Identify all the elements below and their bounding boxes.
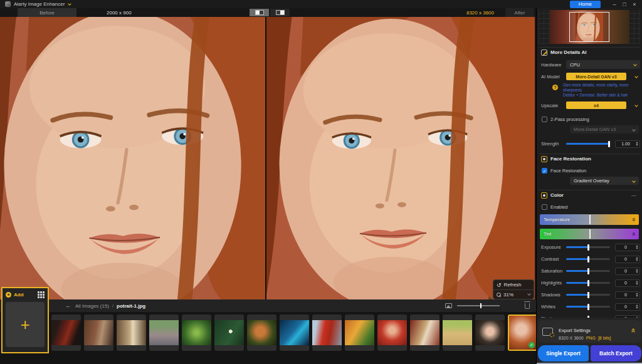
stepper-icon[interactable]: [636, 293, 638, 297]
single-export-button[interactable]: Single Export: [538, 345, 589, 361]
batch-export-button[interactable]: Batch Export: [591, 345, 641, 361]
exposure-value-box[interactable]: 0: [615, 244, 640, 251]
thumbnail-gnome-garden[interactable]: [345, 315, 374, 351]
stepper-icon[interactable]: [636, 304, 638, 309]
home-button[interactable]: Home: [570, 1, 601, 8]
thumbnail-size-slider[interactable]: [457, 305, 500, 306]
thumbnail-boy-portrait[interactable]: [247, 315, 276, 351]
stepper-icon[interactable]: [636, 257, 638, 261]
after-image[interactable]: [266, 17, 535, 299]
thumbnail-redhead-portrait[interactable]: ✓: [508, 315, 537, 351]
zoom-level-control[interactable]: 31%: [493, 289, 534, 299]
highlights-slider[interactable]: [566, 282, 610, 284]
thumbnail-two-puppies[interactable]: [443, 315, 472, 351]
ai-model-select[interactable]: More-Detail GAN v3: [566, 73, 640, 80]
strength-value-box[interactable]: 1.00: [615, 140, 640, 148]
shadows-value-box[interactable]: 0: [615, 291, 640, 299]
tint-slider[interactable]: Tint 0: [540, 229, 639, 239]
thumbnail-red-train-snow[interactable]: [312, 315, 342, 351]
temperature-marker[interactable]: [589, 215, 591, 224]
export-format: PNG: [586, 336, 596, 340]
saturation-slider[interactable]: [566, 270, 610, 272]
back-arrow-icon[interactable]: ←: [65, 303, 71, 309]
stepper-icon[interactable]: [636, 245, 638, 249]
face-restoration-mode-select[interactable]: Gradient Overlay: [570, 177, 639, 185]
thumbnail-bride-portrait[interactable]: [410, 315, 439, 351]
thumbnail-jungle-frog[interactable]: [182, 315, 211, 351]
breadcrumb-separator: /: [112, 303, 113, 309]
export-settings-box[interactable]: Export Settings 8320 X 3600 PNG [8 bits]: [539, 320, 641, 343]
before-image[interactable]: [0, 17, 266, 299]
add-button[interactable]: Add: [14, 292, 24, 298]
single-view-toggle[interactable]: [250, 9, 269, 16]
thumbnail-car-night[interactable]: [51, 315, 81, 351]
thumbnail-image: [377, 320, 407, 345]
contrast-slider[interactable]: [566, 258, 610, 260]
gear-icon: [550, 333, 554, 337]
app-menu-chevron-icon[interactable]: [68, 2, 72, 6]
hardware-row: Hardware CPU: [539, 60, 640, 69]
refresh-button[interactable]: ↺ Refresh: [493, 280, 534, 289]
whites-value-box[interactable]: 0: [615, 303, 640, 311]
chevron-down-icon: [633, 63, 637, 66]
thumbnail-girl-on-road[interactable]: [149, 315, 179, 351]
section-face-restoration: Face Restoration: [539, 153, 640, 164]
add-image-tile[interactable]: +: [6, 302, 45, 347]
trash-icon[interactable]: [525, 303, 530, 309]
contrast-row: Contrast 0: [539, 255, 640, 263]
hardware-value: CPU: [570, 62, 580, 68]
thumbnail-image: [182, 320, 211, 345]
ai-model-row: AI Model More-Detail GAN v3: [539, 72, 640, 81]
expand-export-icon[interactable]: [632, 330, 634, 333]
two-pass-checkbox[interactable]: [542, 117, 547, 122]
saturation-row: Saturation 0: [539, 267, 640, 275]
stepper-icon[interactable]: [636, 142, 638, 146]
before-tab[interactable]: Before: [18, 8, 76, 17]
whites-slider[interactable]: [566, 306, 610, 308]
face-restoration-checkbox[interactable]: ✓: [542, 168, 547, 174]
help-icon[interactable]: ?: [552, 85, 558, 90]
minimize-button[interactable]: –: [609, 1, 619, 8]
saturation-value-box[interactable]: 0: [615, 268, 640, 275]
model-desc-line2: Deblur + Denoise. Better skin & hair: [563, 93, 628, 97]
stepper-icon[interactable]: [636, 281, 638, 285]
strength-label: Strength: [539, 141, 566, 147]
shadows-slider[interactable]: [566, 294, 610, 296]
grid-view-icon[interactable]: [38, 291, 45, 298]
thumbnail-girl-red-flowers[interactable]: [377, 315, 407, 351]
breadcrumb-all-images[interactable]: All Images (15): [75, 303, 109, 309]
color-section-icon: [541, 192, 547, 199]
navigator-selection-rect[interactable]: [569, 12, 609, 42]
temperature-slider[interactable]: Temperature 0: [540, 214, 639, 225]
close-button[interactable]: ×: [629, 1, 639, 8]
upscale-value: x4: [566, 101, 626, 109]
contrast-label: Contrast: [539, 256, 566, 262]
stepper-icon[interactable]: [636, 269, 638, 273]
thumbnail-smiling-woman[interactable]: [475, 315, 505, 351]
temperature-label: Temperature: [544, 217, 570, 222]
temperature-value: 0: [633, 217, 635, 222]
tint-marker[interactable]: [589, 229, 591, 239]
color-enabled-label: Enabled: [550, 204, 568, 210]
highlights-value-box[interactable]: 0: [615, 279, 640, 287]
strength-slider[interactable]: [566, 143, 610, 145]
contrast-value-box[interactable]: 0: [615, 256, 640, 263]
thumbnail-egret-pond[interactable]: [214, 315, 244, 351]
thumbnail-family-room[interactable]: [84, 315, 113, 351]
zoom-level-value: 31%: [503, 292, 513, 298]
color-enabled-checkbox[interactable]: [542, 204, 547, 210]
hardware-select[interactable]: CPU: [566, 60, 640, 69]
view-mode-toggles: [250, 9, 290, 16]
thumbnail-palace-entry[interactable]: [117, 315, 146, 351]
collapse-section-icon[interactable]: —: [631, 192, 636, 198]
gallery-bottom-bar: ← All Images (15) / potrait-1.jpg: [0, 299, 536, 312]
navigator-preview[interactable]: [539, 10, 640, 44]
maximize-button[interactable]: □: [619, 1, 629, 8]
split-view-toggle[interactable]: [270, 9, 290, 16]
thumbnail-image: [345, 320, 374, 345]
highlights-label: Highlights: [539, 280, 566, 286]
exposure-slider[interactable]: [566, 246, 610, 248]
thumbnail-blue-dragon-art[interactable]: [280, 315, 309, 351]
upscale-select[interactable]: x4: [566, 101, 640, 109]
after-tab[interactable]: After: [505, 8, 534, 17]
